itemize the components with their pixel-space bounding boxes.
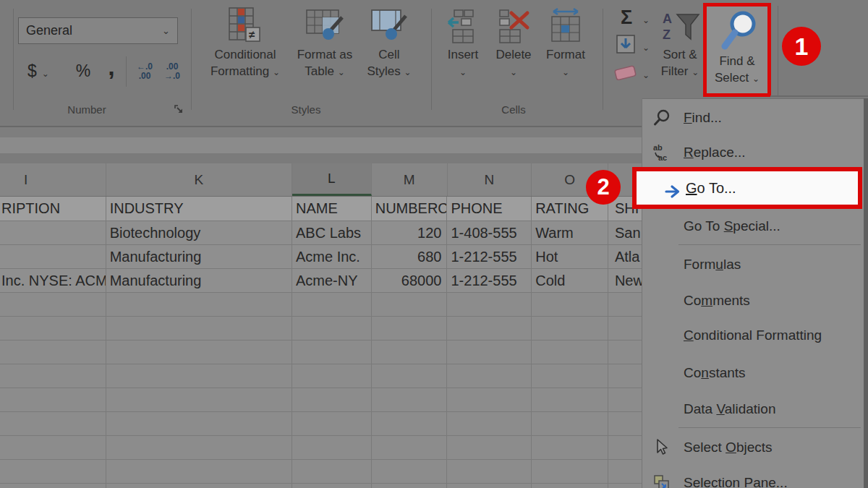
cell[interactable] — [106, 460, 292, 483]
fill-dropdown[interactable] — [642, 40, 650, 53]
cell[interactable]: Biotechnology — [106, 221, 292, 244]
cell[interactable] — [447, 293, 532, 316]
cell[interactable] — [372, 460, 448, 483]
menu-item-go-to-special[interactable]: Go To Special... — [642, 210, 864, 242]
cell[interactable]: ABC Labs — [292, 221, 372, 244]
format-cells-button[interactable]: Format — [541, 0, 590, 80]
cell[interactable] — [447, 364, 532, 388]
cell[interactable] — [292, 293, 372, 316]
cell[interactable]: Cold — [532, 269, 608, 292]
cell[interactable] — [447, 436, 532, 459]
cell[interactable] — [447, 460, 532, 483]
cell[interactable] — [372, 364, 448, 388]
cell[interactable] — [292, 436, 372, 459]
cell[interactable] — [0, 412, 106, 435]
cell[interactable] — [292, 460, 372, 483]
cell[interactable]: 120 — [372, 221, 448, 244]
cell[interactable] — [0, 293, 106, 316]
cell[interactable] — [0, 484, 106, 488]
menu-item-constants[interactable]: Constants — [642, 357, 864, 389]
find-select-button[interactable]: Find & Select — [707, 7, 767, 86]
decrease-decimal-button[interactable]: .00 →.0 — [159, 58, 185, 85]
cell[interactable] — [372, 293, 448, 316]
cell[interactable] — [532, 412, 608, 435]
cell[interactable] — [372, 412, 448, 435]
cell[interactable] — [292, 388, 372, 411]
cell[interactable] — [532, 341, 608, 364]
comma-style-button[interactable]: , — [100, 52, 123, 81]
sort-filter-button[interactable]: A Z Sort & Filter — [655, 0, 705, 80]
menu-item-find[interactable]: Find... — [642, 102, 864, 134]
cell[interactable] — [532, 364, 608, 388]
cell[interactable] — [0, 460, 106, 483]
cell[interactable]: RIPTION — [0, 197, 106, 221]
number-format-dropdown[interactable]: General ⌄ — [18, 17, 178, 44]
cell[interactable] — [106, 484, 292, 488]
cell[interactable] — [372, 388, 448, 411]
cell[interactable] — [0, 245, 106, 268]
cell[interactable] — [292, 364, 372, 388]
cell[interactable] — [532, 293, 608, 316]
cell[interactable] — [372, 317, 448, 340]
number-dialog-launcher[interactable] — [174, 104, 185, 119]
cell[interactable] — [106, 412, 292, 435]
menu-item-selection-pane[interactable]: Selection Pane... — [642, 467, 864, 488]
cell[interactable] — [447, 317, 532, 340]
cell[interactable]: Acme-NY — [292, 269, 372, 292]
menu-item-replace[interactable]: abacReplace... — [642, 137, 864, 168]
cell[interactable] — [447, 388, 532, 411]
cell[interactable]: Manufacturing — [106, 269, 292, 292]
cell[interactable] — [532, 460, 608, 483]
accounting-format-button[interactable]: $ — [20, 58, 56, 84]
cell[interactable]: NUMBERC — [372, 197, 448, 221]
cell[interactable] — [447, 484, 532, 488]
cell[interactable]: NAME — [292, 197, 372, 221]
cell[interactable]: Manufacturing — [106, 245, 292, 268]
cell[interactable] — [372, 436, 448, 459]
cell[interactable]: Inc. NYSE: ACM — [0, 269, 106, 292]
cell[interactable] — [532, 436, 608, 459]
cell[interactable]: 1-212-555 — [447, 245, 532, 268]
cell[interactable]: 680 — [372, 245, 448, 268]
cell[interactable] — [0, 436, 106, 459]
cell[interactable]: 1-408-555 — [447, 221, 532, 244]
delete-cells-button[interactable]: Delete — [489, 0, 538, 80]
cell[interactable] — [0, 388, 106, 411]
conditional-formatting-button[interactable]: ≠ Conditional Formatting — [208, 0, 282, 80]
column-header-L[interactable]: L — [292, 163, 372, 196]
cell[interactable]: Hot — [532, 245, 608, 268]
cell[interactable]: Warm — [532, 221, 608, 244]
menu-item-conditional-formatting[interactable]: Conditional Formatting — [642, 320, 864, 351]
increase-decimal-button[interactable]: ←.0 .00 — [132, 58, 158, 85]
cell[interactable] — [106, 317, 292, 340]
cell-styles-button[interactable]: Cell Styles — [363, 0, 415, 80]
menu-item-data-validation[interactable]: Data Validation — [642, 393, 864, 425]
cell[interactable] — [292, 484, 372, 488]
column-header-K[interactable]: K — [106, 163, 292, 196]
menu-item-comments[interactable]: Comments — [642, 285, 864, 317]
clear-button[interactable] — [613, 64, 638, 85]
cell[interactable] — [0, 221, 106, 244]
cell[interactable]: INDUSTRY — [106, 197, 292, 221]
fill-button[interactable] — [616, 35, 635, 56]
cell[interactable]: Acme Inc. — [292, 245, 372, 268]
cell[interactable] — [532, 317, 608, 340]
cell[interactable] — [372, 341, 448, 364]
column-header-N[interactable]: N — [448, 163, 532, 196]
percent-style-button[interactable]: % — [69, 58, 98, 84]
column-header-M[interactable]: M — [372, 163, 448, 196]
cell[interactable] — [292, 341, 372, 364]
cell[interactable] — [447, 412, 532, 435]
cell[interactable] — [106, 293, 292, 316]
clear-dropdown[interactable] — [642, 68, 650, 81]
cell[interactable] — [0, 364, 106, 388]
cell[interactable]: 1-212-555 — [447, 269, 532, 292]
cell[interactable] — [292, 412, 372, 435]
insert-cells-button[interactable]: Insert — [440, 0, 486, 80]
cell[interactable] — [106, 388, 292, 411]
cell[interactable] — [106, 436, 292, 459]
cell[interactable] — [106, 364, 292, 388]
cell[interactable] — [372, 484, 448, 488]
autosum-dropdown[interactable] — [642, 13, 650, 26]
format-as-table-button[interactable]: Format as Table — [286, 0, 363, 80]
